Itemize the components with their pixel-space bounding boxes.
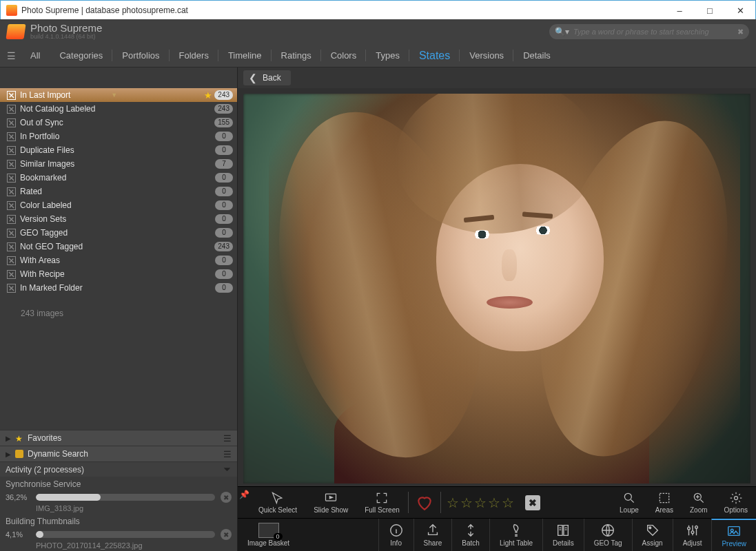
star-4[interactable]: ☆ <box>488 495 500 511</box>
pin-icon[interactable]: 📌 <box>238 487 250 499</box>
tab-types[interactable]: Types <box>366 44 409 67</box>
checkbox-icon[interactable] <box>7 160 16 169</box>
share-button[interactable]: Share <box>413 519 452 551</box>
cancel-process-button[interactable]: ✖ <box>221 492 232 503</box>
checkbox-icon[interactable] <box>7 256 16 265</box>
tab-timeline[interactable]: Timeline <box>218 44 272 67</box>
tab-details[interactable]: Details <box>513 44 560 67</box>
checkbox-icon[interactable] <box>7 174 16 183</box>
panel-menu-icon[interactable]: ☰ <box>223 449 232 459</box>
state-item[interactable]: Similar Images7 <box>0 157 237 171</box>
search-clear-button[interactable]: ✖ <box>737 28 744 37</box>
checkbox-icon[interactable] <box>7 132 16 141</box>
state-item[interactable]: Not GEO Tagged243 <box>0 240 237 253</box>
zoom-button[interactable]: Zoom <box>682 487 716 518</box>
areas-button[interactable]: Areas <box>647 487 682 518</box>
tab-colors[interactable]: Colors <box>321 44 367 67</box>
state-item[interactable]: Duplicate Files0 <box>0 143 237 157</box>
star-1[interactable]: ☆ <box>447 495 459 511</box>
assign-button[interactable]: Assign <box>632 519 673 551</box>
activity-header-label: Activity (2 processes) <box>6 465 223 475</box>
menu-button[interactable]: ☰ <box>4 50 18 61</box>
star-5[interactable]: ☆ <box>502 495 514 511</box>
checkbox-icon[interactable] <box>7 242 16 251</box>
checkbox-icon[interactable] <box>7 146 16 155</box>
star-3[interactable]: ☆ <box>474 495 487 511</box>
state-item[interactable]: Version Sets0 <box>0 212 237 226</box>
state-item[interactable]: In Portfolio0 <box>0 129 237 143</box>
window-maximize-button[interactable]: □ <box>695 1 725 20</box>
window-close-button[interactable]: ✕ <box>725 1 755 20</box>
favorite-heart-button[interactable] <box>413 492 436 513</box>
window-minimize-button[interactable]: – <box>664 1 695 20</box>
options-button[interactable]: Options <box>716 487 756 518</box>
state-label: Bookmarked <box>20 173 118 183</box>
checkbox-icon[interactable] <box>7 284 16 293</box>
image-basket-button[interactable]: 0 Image Basket <box>238 519 299 551</box>
favorites-panel[interactable]: ▶ ★ Favorites ☰ <box>0 430 237 446</box>
checkbox-icon[interactable] <box>7 270 16 279</box>
window-title: Photo Supreme | database photosupreme.ca… <box>21 6 664 15</box>
preview-button[interactable]: Preview <box>711 519 756 551</box>
cancel-process-button[interactable]: ✖ <box>221 529 232 540</box>
adjust-button[interactable]: Adjust <box>673 519 712 551</box>
state-label: Color Labeled <box>20 200 118 210</box>
reject-button[interactable]: ✖ <box>525 495 540 510</box>
state-item[interactable]: With Areas0 <box>0 253 237 267</box>
tab-versions[interactable]: Versions <box>460 44 513 67</box>
batch-button[interactable]: Batch <box>451 519 489 551</box>
details-button[interactable]: Details <box>542 519 584 551</box>
tab-all[interactable]: All <box>21 44 50 67</box>
state-item[interactable]: With Recipe0 <box>0 267 237 281</box>
state-item[interactable]: In Last Import▼★243 <box>0 88 237 102</box>
dynamic-search-panel[interactable]: ▶ Dynamic Search ☰ <box>0 446 237 461</box>
checkbox-icon[interactable] <box>7 118 16 127</box>
loupe-button[interactable]: Loupe <box>611 487 647 518</box>
tab-categories[interactable]: Categories <box>50 44 112 67</box>
checkbox-icon[interactable] <box>7 229 16 238</box>
activity-collapse-icon[interactable]: ⏷ <box>223 464 232 475</box>
activity-header[interactable]: Activity (2 processes) ⏷ <box>0 461 237 477</box>
svg-point-9 <box>691 531 694 534</box>
back-label: Back <box>263 73 281 83</box>
quick-select-button[interactable]: Quick Select <box>250 487 305 518</box>
process-file: PHOTO_20170114_225823.jpg <box>6 541 232 550</box>
slide-show-button[interactable]: Slide Show <box>305 487 356 518</box>
light-table-button[interactable]: Light Table <box>489 519 542 551</box>
state-item[interactable]: Out of Sync155 <box>0 116 237 129</box>
chevron-down-icon[interactable]: ▼ <box>111 92 117 98</box>
state-count-badge: 0 <box>215 256 233 265</box>
rating-stars[interactable]: ☆ ☆ ☆ ☆ ☆ <box>447 495 514 511</box>
state-label: Out of Sync <box>20 118 117 127</box>
full-screen-button[interactable]: Full Screen <box>356 487 408 518</box>
state-item[interactable]: Color Labeled0 <box>0 198 237 212</box>
state-count-badge: 0 <box>215 269 233 279</box>
tab-portfolios[interactable]: Portfolios <box>112 44 169 67</box>
checkbox-icon[interactable] <box>7 187 16 196</box>
tab-folders[interactable]: Folders <box>170 44 218 67</box>
panel-menu-icon[interactable]: ☰ <box>223 433 232 444</box>
image-count: 243 images <box>0 295 237 318</box>
geo-tag-button[interactable]: GEO Tag <box>584 519 632 551</box>
checkbox-icon[interactable] <box>7 215 16 224</box>
info-button[interactable]: Info <box>378 519 413 551</box>
state-item[interactable]: In Marked Folder0 <box>0 281 237 295</box>
back-button[interactable]: ❮ Back <box>243 70 291 85</box>
tab-states[interactable]: States <box>409 44 460 67</box>
checkbox-icon[interactable] <box>7 91 16 100</box>
search-box[interactable]: 🔍▾ ✖ <box>549 24 749 39</box>
state-list: In Last Import▼★243Not Catalog Labeled24… <box>0 88 237 295</box>
state-item[interactable]: Not Catalog Labeled243 <box>0 102 237 116</box>
star-2[interactable]: ☆ <box>460 495 473 511</box>
svg-point-1 <box>624 493 631 500</box>
search-input[interactable] <box>573 28 733 36</box>
image-preview[interactable] <box>243 94 750 484</box>
state-item[interactable]: GEO Tagged0 <box>0 226 237 240</box>
state-item[interactable]: Rated0 <box>0 185 237 198</box>
checkbox-icon[interactable] <box>7 201 16 210</box>
tab-ratings[interactable]: Ratings <box>272 44 321 67</box>
state-item[interactable]: Bookmarked0 <box>0 171 237 185</box>
star-icon: ★ <box>15 434 23 442</box>
checkbox-icon[interactable] <box>7 105 16 114</box>
svg-point-8 <box>687 527 690 530</box>
